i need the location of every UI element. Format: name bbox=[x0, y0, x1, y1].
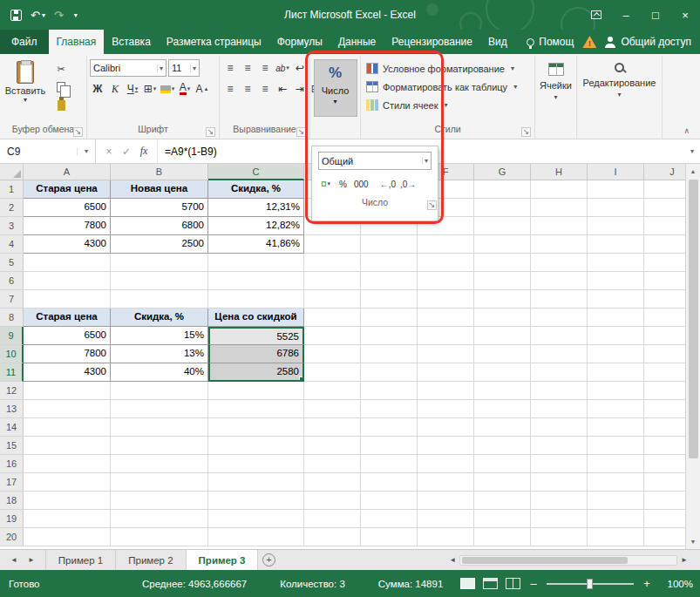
cell-B12[interactable] bbox=[111, 382, 208, 400]
new-sheet-button[interactable]: + bbox=[258, 550, 279, 570]
cell-H20[interactable] bbox=[531, 528, 588, 546]
number-dialog-launcher[interactable]: ↘ bbox=[427, 200, 437, 210]
cell-G12[interactable] bbox=[474, 382, 531, 400]
cell-D17[interactable] bbox=[304, 473, 361, 492]
cell-E16[interactable] bbox=[361, 455, 418, 473]
maximize-button[interactable]: □ bbox=[641, 0, 670, 30]
cell-H12[interactable] bbox=[531, 382, 588, 400]
paste-button[interactable]: Вставить ▾ bbox=[3, 58, 48, 124]
save-button[interactable] bbox=[10, 10, 22, 21]
align-center-button[interactable]: ≡ bbox=[240, 80, 255, 98]
cell-A3[interactable]: 7800 bbox=[24, 217, 111, 235]
cell-F15[interactable] bbox=[418, 437, 474, 455]
align-top-button[interactable]: ≡ bbox=[222, 59, 238, 77]
cell-G17[interactable] bbox=[474, 473, 531, 492]
cell-F8[interactable] bbox=[418, 309, 474, 327]
cell-F5[interactable] bbox=[418, 254, 474, 272]
cell-B17[interactable] bbox=[111, 473, 208, 492]
styles-dialog-launcher[interactable]: ↘ bbox=[521, 127, 531, 137]
cell-E7[interactable] bbox=[361, 290, 418, 309]
normal-view-button[interactable] bbox=[460, 578, 475, 589]
cell-C7[interactable] bbox=[208, 290, 304, 309]
cell-C2[interactable]: 12,31% bbox=[208, 199, 304, 217]
column-header-H[interactable]: H bbox=[531, 164, 588, 180]
zoom-in-button[interactable]: + bbox=[642, 577, 652, 590]
cell-E5[interactable] bbox=[361, 254, 418, 272]
cell-C1[interactable]: Скидка, % bbox=[208, 180, 304, 199]
cell-G4[interactable] bbox=[474, 235, 531, 254]
cell-H6[interactable] bbox=[531, 272, 588, 290]
cell-D18[interactable] bbox=[304, 492, 361, 510]
cell-C3[interactable]: 12,82% bbox=[208, 217, 304, 235]
cell-D8[interactable] bbox=[304, 309, 361, 327]
sheet-tab-primer-3[interactable]: Пример 3 bbox=[187, 550, 259, 570]
comma-style-button[interactable]: 000 bbox=[353, 175, 370, 193]
zoom-out-button[interactable]: – bbox=[528, 577, 539, 590]
cell-E19[interactable] bbox=[361, 510, 418, 528]
cell-E17[interactable] bbox=[361, 473, 418, 492]
cell-G10[interactable] bbox=[474, 345, 531, 363]
row-header-9[interactable]: 9 bbox=[0, 327, 24, 345]
cell-G5[interactable] bbox=[474, 254, 531, 272]
cell-D10[interactable] bbox=[304, 345, 361, 363]
cell-B6[interactable] bbox=[111, 272, 208, 290]
alignment-dialog-launcher[interactable]: ↘ bbox=[296, 127, 306, 137]
cell-B3[interactable]: 6800 bbox=[111, 217, 208, 235]
cell-C18[interactable] bbox=[208, 492, 304, 510]
cell-I2[interactable] bbox=[588, 199, 644, 217]
cell-B4[interactable]: 2500 bbox=[111, 235, 208, 254]
cell-I10[interactable] bbox=[588, 345, 644, 363]
cell-I6[interactable] bbox=[588, 272, 644, 290]
cell-A2[interactable]: 6500 bbox=[24, 199, 111, 217]
undo-button[interactable]: ↶▾ bbox=[31, 9, 45, 22]
tab-page-layout[interactable]: Разметка страницы bbox=[159, 30, 269, 54]
cell-I18[interactable] bbox=[588, 492, 644, 510]
cell-I19[interactable] bbox=[588, 510, 644, 528]
row-header-3[interactable]: 3 bbox=[0, 217, 24, 235]
cell-F18[interactable] bbox=[418, 492, 474, 510]
cell-E15[interactable] bbox=[361, 437, 418, 455]
row-header-17[interactable]: 17 bbox=[0, 473, 24, 492]
sheet-nav-right-icon[interactable]: ► bbox=[28, 556, 35, 564]
cell-B18[interactable] bbox=[111, 492, 208, 510]
scroll-right-icon[interactable]: ► bbox=[681, 556, 688, 564]
cell-C11[interactable]: 2580 bbox=[208, 363, 304, 382]
row-header-6[interactable]: 6 bbox=[0, 272, 24, 290]
cell-H10[interactable] bbox=[531, 345, 588, 363]
cell-I15[interactable] bbox=[588, 437, 644, 455]
font-dialog-launcher[interactable]: ↘ bbox=[206, 127, 215, 137]
accounting-format-button[interactable]: ¤▾ bbox=[318, 175, 333, 193]
cell-I3[interactable] bbox=[588, 217, 644, 235]
scroll-down-icon[interactable]: ▼ bbox=[686, 534, 700, 549]
cell-F9[interactable] bbox=[418, 327, 474, 345]
cell-D15[interactable] bbox=[304, 437, 361, 455]
cell-H18[interactable] bbox=[531, 492, 588, 510]
cell-D11[interactable] bbox=[304, 363, 361, 382]
cell-I12[interactable] bbox=[588, 382, 644, 400]
decrease-decimal-button[interactable]: ,0→ bbox=[399, 175, 417, 193]
row-header-18[interactable]: 18 bbox=[0, 492, 24, 510]
cell-C15[interactable] bbox=[208, 437, 304, 455]
cell-styles-button[interactable]: Стили ячеек ▾ bbox=[364, 96, 532, 114]
scroll-up-icon[interactable]: ▲ bbox=[686, 164, 700, 179]
zoom-slider-thumb[interactable] bbox=[587, 579, 593, 589]
number-format-menu-button[interactable]: % Число ▾ bbox=[314, 59, 357, 117]
cell-H11[interactable] bbox=[531, 363, 588, 382]
row-header-19[interactable]: 19 bbox=[0, 510, 24, 528]
cut-button[interactable]: ✂ bbox=[51, 61, 71, 77]
row-header-7[interactable]: 7 bbox=[0, 290, 24, 309]
sheet-nav-left-icon[interactable]: ◄ bbox=[10, 556, 17, 564]
font-size-select[interactable]: 11▾ bbox=[168, 59, 200, 77]
cell-F4[interactable] bbox=[418, 235, 474, 254]
ribbon-display-options-button[interactable] bbox=[581, 0, 611, 30]
cell-E20[interactable] bbox=[361, 528, 418, 546]
horizontal-scrollbar-thumb[interactable] bbox=[462, 557, 628, 564]
row-header-11[interactable]: 11 bbox=[0, 363, 24, 382]
cell-I14[interactable] bbox=[588, 418, 644, 437]
cell-H4[interactable] bbox=[531, 235, 588, 254]
cell-E10[interactable] bbox=[361, 345, 418, 363]
cell-F13[interactable] bbox=[418, 400, 474, 418]
copy-button[interactable] bbox=[51, 79, 71, 95]
cell-F17[interactable] bbox=[418, 473, 474, 492]
column-header-I[interactable]: I bbox=[588, 164, 644, 180]
